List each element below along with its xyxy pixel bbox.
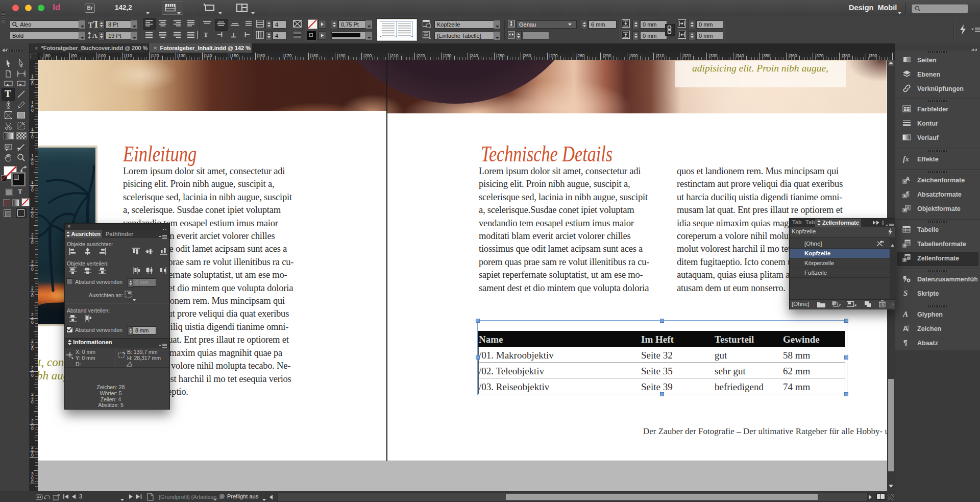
svg-text:¶: ¶	[906, 190, 910, 198]
svg-text:fx: fx	[903, 155, 909, 163]
svg-text:S: S	[903, 289, 908, 297]
svg-text:¶: ¶	[903, 339, 908, 347]
svg-text:A: A	[903, 324, 908, 332]
svg-text:A: A	[902, 310, 908, 318]
svg-text:A: A	[905, 176, 910, 183]
